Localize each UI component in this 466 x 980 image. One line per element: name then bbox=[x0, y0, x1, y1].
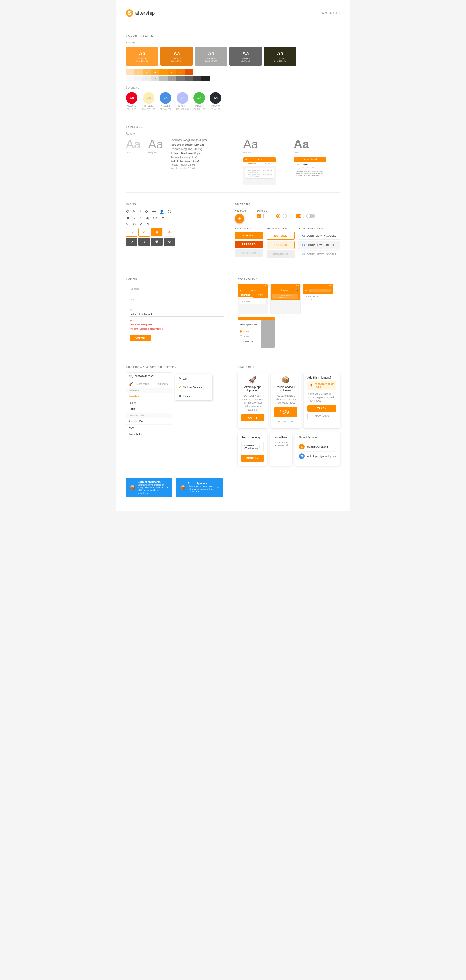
drawer-home[interactable]: Home bbox=[238, 329, 261, 334]
dialog-row2: Select language Chinese (Traditional) ▼ … bbox=[238, 432, 340, 466]
shade-2: a bbox=[134, 69, 143, 75]
radio-disabled bbox=[289, 214, 293, 218]
email-input-error[interactable] bbox=[130, 322, 224, 327]
drawer-feedback[interactable]: Feedback bbox=[238, 339, 261, 344]
secondary-disabled-btn: DISABLED bbox=[267, 250, 294, 258]
search-placeholder: Search Couriers or tracking number... bbox=[277, 295, 297, 298]
rotate-icon[interactable]: ↻ bbox=[146, 222, 150, 226]
delete-icon[interactable]: 🗑 bbox=[126, 216, 130, 220]
dropdown-fedex[interactable]: FedEx bbox=[126, 400, 172, 406]
dropdown-australia[interactable]: Australia Post bbox=[126, 431, 172, 438]
gray-2: a bbox=[134, 76, 143, 81]
tab-past[interactable]: PAST bbox=[253, 293, 268, 298]
full-name-input[interactable] bbox=[130, 290, 224, 295]
language-arrow: ▼ bbox=[258, 445, 261, 448]
google-pressed-btn[interactable]: G CONTINUE WITH GOOGLE bbox=[298, 241, 340, 249]
account-option-1[interactable]: A aftership@gmail.com bbox=[299, 442, 336, 452]
drawer-about[interactable]: About bbox=[238, 334, 261, 339]
secondary-btn-label: Secondary button bbox=[267, 227, 294, 230]
tab-current[interactable]: CURRENT bbox=[238, 293, 253, 298]
refresh-icon[interactable]: ↺ bbox=[126, 209, 129, 214]
close-icon[interactable]: × bbox=[140, 216, 142, 220]
gray-7: a bbox=[176, 76, 184, 81]
dropdown-asm[interactable]: ASM bbox=[126, 425, 172, 431]
dialog-clipboard: Add this shipment? 📍 08374284329392 FedE… bbox=[304, 372, 340, 428]
primary-normal-btn[interactable]: NORMAL bbox=[235, 232, 263, 239]
current-shipments-title: Current shipments bbox=[138, 480, 164, 483]
toggle-on[interactable] bbox=[296, 214, 304, 218]
dialog-login-text: Invalid email or password. bbox=[274, 441, 289, 447]
secondary-label: Secondary bbox=[126, 86, 340, 89]
check-icon[interactable]: ✓ bbox=[140, 222, 143, 226]
fab-button[interactable]: + bbox=[235, 214, 244, 223]
more-icon[interactable]: ⋯ bbox=[167, 216, 171, 220]
dropdown-asendia[interactable]: Asendia USA bbox=[126, 418, 172, 425]
current-shipments-close[interactable]: × bbox=[167, 485, 169, 490]
typeface-section: TYPEFACE Roboto Aa Light Aa Regular Robo… bbox=[126, 115, 340, 185]
sec-swatch-blue: Aa #4A90E2 74, 144, 226 bbox=[160, 92, 171, 110]
phone-home-mockup: ≡ Home + CURRENT PAST Lorem ipsum dolor … bbox=[243, 157, 276, 185]
secondary-normal-btn[interactable]: NORMAL bbox=[267, 232, 294, 240]
form-field-email-filled: Email bbox=[130, 309, 224, 317]
dialog-update-text: Don't worry, your shipment records are s… bbox=[242, 394, 264, 412]
dropdown-search-input[interactable] bbox=[135, 375, 167, 378]
logo: aftership bbox=[126, 10, 155, 17]
icon-box-chat: 💬 bbox=[151, 237, 163, 246]
sync-icon[interactable]: ⟳ bbox=[145, 209, 148, 214]
dropdown-list: 🔍 ⋯ 🚀 Select courier Edit courier Auto-d… bbox=[126, 372, 172, 438]
dropdown-title: DROPDOWN & OPTION BUTTON bbox=[126, 360, 228, 369]
context-menu: ✎ Edit ✓ Mark as Delivered 🗑 Delete bbox=[175, 374, 213, 400]
add-icon[interactable]: + bbox=[139, 209, 142, 214]
expand-icon[interactable]: ∨ bbox=[133, 216, 136, 220]
secondary-swatches-row: Aa #EE001D 238, 0, 29 Aa #FFEEB3 255, 23… bbox=[126, 92, 340, 110]
gray-4: a bbox=[151, 76, 159, 81]
shade-4: a bbox=[151, 69, 159, 75]
dialog-no-thanks-btn[interactable]: NO THANKS bbox=[307, 413, 336, 420]
radio-unchecked[interactable] bbox=[283, 214, 287, 218]
sec-swatch-dark: Aa #272A33 39, 42, 51 bbox=[210, 92, 221, 110]
arrows-icon[interactable]: ◁▷ bbox=[152, 216, 158, 220]
toggle-off[interactable] bbox=[306, 214, 315, 218]
context-mark-delivered[interactable]: ✓ Mark as Delivered bbox=[175, 384, 213, 391]
dialog-later-btn[interactable]: MAYBE LATER bbox=[275, 418, 297, 425]
dropdown-autodetect[interactable]: Auto-detect bbox=[126, 393, 172, 400]
edit-icon[interactable]: ✎ bbox=[133, 209, 135, 214]
confirm-language-btn[interactable]: CONFIRM bbox=[242, 455, 264, 462]
header: aftership ANDROID bbox=[126, 5, 340, 24]
color-palette-title: COLOR PALETTE bbox=[126, 29, 340, 37]
resize-icon[interactable]: ⤡ bbox=[126, 222, 129, 226]
checkbox-unchecked[interactable] bbox=[263, 214, 267, 218]
language-selector[interactable]: Chinese (Traditional) ▼ bbox=[242, 442, 264, 452]
buttons-section: BUTTONS Add button + Switches ✓ bbox=[235, 197, 340, 260]
primary-btn-label: Primary button bbox=[235, 227, 263, 230]
dialog-update-btn[interactable]: GOT IT bbox=[242, 414, 264, 422]
context-edit[interactable]: ✎ Edit bbox=[175, 375, 213, 382]
dropdown-usps[interactable]: USPS bbox=[126, 406, 172, 413]
primary-pressed-btn[interactable]: PRESSED bbox=[235, 240, 263, 248]
email-input-active[interactable] bbox=[130, 301, 224, 306]
google-normal-btn[interactable]: G CONTINUE WITH GOOGLE bbox=[298, 232, 340, 240]
account-option-2[interactable]: M michelleyuen@aftership.com bbox=[299, 452, 336, 461]
dialog-track-btn[interactable]: TRACK bbox=[307, 406, 336, 412]
submit-button[interactable]: SUBMIT bbox=[130, 335, 151, 341]
menu-icon[interactable]: ≡ bbox=[161, 216, 164, 220]
checkbox-checked[interactable]: ✓ bbox=[256, 214, 261, 218]
settings-icon[interactable]: ⚙ bbox=[133, 222, 136, 226]
buttons-title: BUTTONS bbox=[235, 197, 340, 205]
btn-types-row: Primary button NORMAL PRESSED DISABLED S… bbox=[235, 227, 340, 260]
radio-checked[interactable] bbox=[276, 214, 280, 218]
gray-9: a bbox=[193, 76, 201, 81]
nav-icon[interactable]: ◀ bbox=[146, 216, 148, 220]
minus-icon[interactable]: — bbox=[152, 209, 156, 214]
past-shipments-close[interactable]: × bbox=[217, 485, 219, 490]
share-icon[interactable]: ⬡ bbox=[168, 209, 171, 214]
dialog-select-account: Select Account A aftership@gmail.com M m… bbox=[295, 432, 340, 466]
context-delete[interactable]: 🗑 Delete bbox=[175, 393, 213, 399]
dialog-lang-title: Select language bbox=[242, 436, 264, 439]
secondary-pressed-btn[interactable]: PRESSED bbox=[267, 241, 294, 249]
selected-language: Chinese (Traditional) bbox=[245, 444, 258, 450]
dialog-signup-btn[interactable]: SIGN UP NOW bbox=[275, 407, 297, 417]
person-icon[interactable]: 👤 bbox=[159, 209, 164, 214]
email-input-filled[interactable] bbox=[130, 312, 224, 317]
swatch-orange2: Aa #E77F11 231, 127, 17 bbox=[160, 47, 193, 65]
